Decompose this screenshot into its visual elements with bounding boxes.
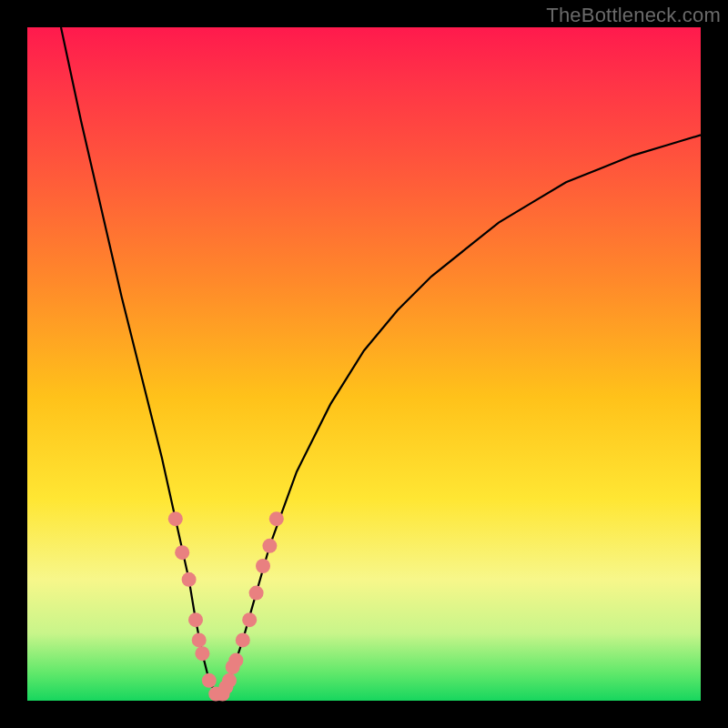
dot — [168, 511, 183, 526]
dot — [242, 612, 257, 627]
dot — [175, 545, 189, 560]
dot — [262, 539, 277, 553]
dot — [228, 653, 243, 668]
dot — [222, 673, 237, 688]
dot — [249, 586, 264, 601]
dot — [236, 632, 250, 647]
bottleneck-curve — [61, 27, 701, 694]
watermark-text: TheBottleneck.com — [546, 4, 721, 27]
plot-area — [27, 27, 701, 701]
dot — [202, 673, 217, 688]
chart-svg — [27, 27, 701, 701]
dot — [269, 511, 284, 526]
dot — [195, 646, 209, 661]
highlight-dots — [168, 511, 284, 701]
dot — [188, 612, 203, 627]
dot — [192, 632, 207, 647]
dot — [256, 559, 270, 573]
dot — [182, 572, 197, 587]
chart-frame: TheBottleneck.com — [0, 0, 728, 728]
